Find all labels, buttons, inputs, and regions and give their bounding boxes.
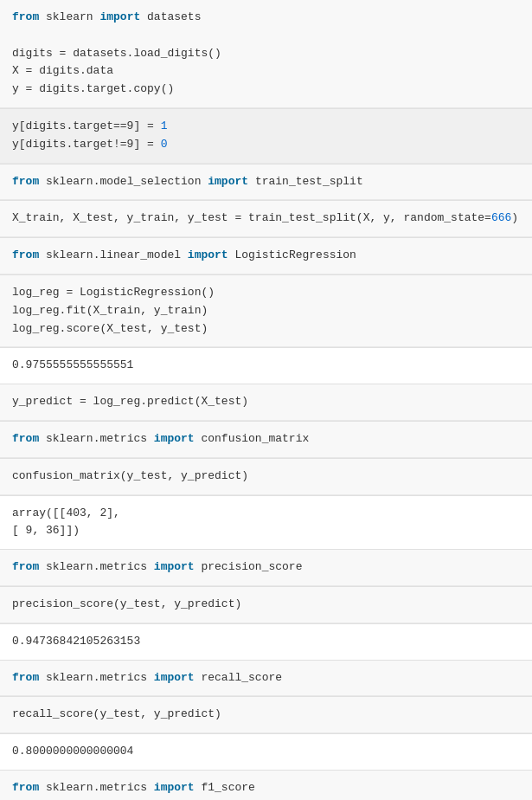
cell-1b: y[digits.target==9] = 1 y[digits.target!… [0, 109, 532, 165]
cell-3c-output: 0.9755555555555551 [0, 348, 532, 384]
cell-2b: X_train, X_test, y_train, y_test = train… [0, 201, 532, 238]
output-value: array([[403, 2], [12, 505, 520, 523]
cell-4-input[interactable]: y_predict = log_reg.predict(X_test) [0, 384, 532, 421]
code-line: recall_score(y_test, y_predict) [12, 706, 520, 724]
cell-5: from sklearn.metrics import confusion_ma… [0, 422, 532, 459]
cell-7-input[interactable]: from sklearn.metrics import recall_score [0, 661, 532, 697]
cell-3-input[interactable]: from sklearn.linear_model import Logisti… [0, 238, 532, 274]
cell-8-input[interactable]: from sklearn.metrics import f1_score [0, 771, 532, 800]
code-line: log_reg.score(X_test, y_test) [12, 320, 520, 339]
cell-5b-input[interactable]: confusion_matrix(y_test, y_predict) [0, 459, 532, 495]
code-line: from sklearn.metrics import confusion_ma… [12, 430, 520, 448]
cell-2-input[interactable]: from sklearn.model_selection import trai… [0, 165, 532, 201]
cell-1-input[interactable]: from sklearn import datasets digits = da… [0, 0, 532, 108]
code-line: X = digits.data [12, 62, 520, 81]
output-value: 0.94736842105263153 [12, 633, 520, 651]
cell-6c: 0.94736842105263153 [0, 624, 532, 661]
cell-5c-output: array([[403, 2], [ 9, 36]]) [0, 496, 532, 550]
code-line [12, 27, 520, 45]
cell-5-input[interactable]: from sklearn.metrics import confusion_ma… [0, 422, 532, 458]
cell-6c-output: 0.94736842105263153 [0, 624, 532, 660]
cell-4: y_predict = log_reg.predict(X_test) [0, 384, 532, 422]
cell-2b-input[interactable]: X_train, X_test, y_train, y_test = train… [0, 201, 532, 237]
cell-3c: 0.9755555555555551 [0, 348, 532, 384]
cell-7b: recall_score(y_test, y_predict) [0, 697, 532, 734]
cell-3b: log_reg = LogisticRegression() log_reg.f… [0, 275, 532, 348]
cell-7c: 0.8000000000000004 [0, 734, 532, 771]
code-line: y_predict = log_reg.predict(X_test) [12, 393, 520, 411]
code-line: y[digits.target!=9] = 0 [12, 136, 520, 154]
cell-1: from sklearn import datasets digits = da… [0, 0, 532, 109]
code-line: from sklearn.metrics import f1_score [12, 779, 520, 797]
cell-5c: array([[403, 2], [ 9, 36]]) [0, 496, 532, 551]
code-line: y[digits.target==9] = 1 [12, 118, 520, 136]
cell-3b-input[interactable]: log_reg = LogisticRegression() log_reg.f… [0, 275, 532, 347]
code-line: log_reg = LogisticRegression() [12, 284, 520, 302]
cell-6b-input[interactable]: precision_score(y_test, y_predict) [0, 587, 532, 623]
code-line: from sklearn.model_selection import trai… [12, 173, 520, 191]
cell-1b-input[interactable]: y[digits.target==9] = 1 y[digits.target!… [0, 109, 532, 164]
output-value: 0.9755555555555551 [12, 357, 520, 375]
code-line: from sklearn.linear_model import Logisti… [12, 247, 520, 265]
cell-6-input[interactable]: from sklearn.metrics import precision_sc… [0, 550, 532, 586]
code-line: log_reg.fit(X_train, y_train) [12, 302, 520, 320]
output-value: [ 9, 36]]) [12, 522, 520, 540]
cell-5b: confusion_matrix(y_test, y_predict) [0, 459, 532, 496]
code-line: precision_score(y_test, y_predict) [12, 596, 520, 614]
cell-8: from sklearn.metrics import f1_score [0, 771, 532, 800]
code-line: from sklearn.metrics import recall_score [12, 669, 520, 687]
cell-7b-input[interactable]: recall_score(y_test, y_predict) [0, 697, 532, 733]
cell-6: from sklearn.metrics import precision_sc… [0, 550, 532, 587]
cell-2: from sklearn.model_selection import trai… [0, 165, 532, 202]
code-line: digits = datasets.load_digits() [12, 45, 520, 63]
code-line: confusion_matrix(y_test, y_predict) [12, 468, 520, 486]
cell-3: from sklearn.linear_model import Logisti… [0, 238, 532, 275]
code-line: X_train, X_test, y_train, y_test = train… [12, 210, 520, 228]
code-line: from sklearn import datasets [12, 9, 520, 27]
code-line: from sklearn.metrics import precision_sc… [12, 558, 520, 577]
cell-6b: precision_score(y_test, y_predict) [0, 587, 532, 624]
cell-7c-output: 0.8000000000000004 [0, 734, 532, 770]
notebook: from sklearn import datasets digits = da… [0, 0, 532, 800]
cell-7: from sklearn.metrics import recall_score [0, 661, 532, 698]
output-value: 0.8000000000000004 [12, 743, 520, 761]
code-line: y = digits.target.copy() [12, 81, 520, 99]
